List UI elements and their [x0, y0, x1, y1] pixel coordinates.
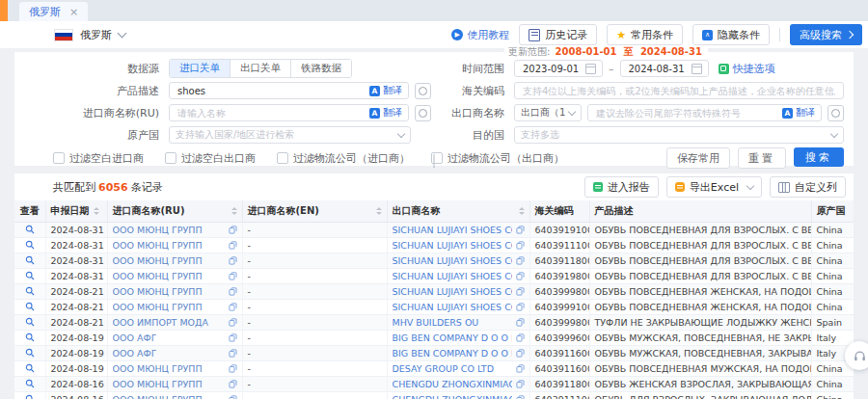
importer-ru-link[interactable]: ООО МЮНЦ ГРУПП	[113, 225, 203, 235]
search-button[interactable]: 搜索	[794, 147, 844, 167]
view-detail-icon[interactable]	[25, 379, 35, 388]
copy-icon[interactable]	[516, 333, 525, 342]
exporter-link[interactable]: SICHUAN LUJIAYI SHOES CO LTD	[393, 271, 512, 281]
translate-button[interactable]: A 翻译	[369, 84, 402, 97]
importer-ru-link[interactable]: ООО МЮНЦ ГРУПП	[113, 302, 203, 312]
product-desc-input[interactable]	[176, 85, 366, 97]
importer-ru-link[interactable]: ООО МЮНЦ ГРУПП	[113, 379, 203, 389]
dest-country-select[interactable]: 支持多选	[514, 126, 844, 144]
copy-icon[interactable]	[229, 349, 237, 358]
copy-icon[interactable]	[516, 395, 525, 399]
exporter-link[interactable]: MHV BUILDERS OU	[393, 317, 479, 328]
header-exporter[interactable]: 出口商名称	[387, 200, 529, 223]
product-desc-field[interactable]: A 翻译	[169, 82, 409, 99]
field-history-icon[interactable]	[415, 105, 431, 121]
copy-icon[interactable]	[229, 395, 237, 399]
copy-icon[interactable]	[229, 256, 237, 265]
field-history-icon[interactable]	[415, 83, 431, 99]
copy-icon[interactable]	[229, 226, 237, 234]
view-detail-icon[interactable]	[25, 317, 35, 327]
exporter-link[interactable]: SICHUAN LUJIAYI SHOES CO LTD	[393, 240, 512, 251]
importer-ru-link[interactable]: ООО МЮНЦ ГРУПП	[113, 240, 203, 251]
exporter-link[interactable]: CHENGDU ZHONGXINMIAO TRADING C	[393, 394, 512, 399]
date-to-value[interactable]	[627, 63, 688, 75]
importer-ru-input[interactable]	[176, 107, 366, 120]
view-detail-icon[interactable]	[25, 363, 35, 373]
copy-icon[interactable]	[516, 318, 525, 327]
copy-icon[interactable]	[516, 226, 525, 234]
tab-russia[interactable]: 俄罗斯 ×	[19, 2, 88, 21]
view-detail-icon[interactable]	[25, 348, 35, 358]
copy-icon[interactable]	[229, 380, 237, 388]
date-from-input[interactable]	[514, 60, 603, 77]
importer-ru-link[interactable]: ООО МЮНЦ ГРУПП	[113, 255, 203, 266]
importer-ru-field[interactable]: A 翻译	[169, 104, 409, 121]
sort-icon[interactable]	[519, 207, 525, 215]
copy-icon[interactable]	[229, 333, 237, 342]
exporter-link[interactable]: BIG BEN COMPANY D O O FROM BEST T	[393, 348, 512, 359]
copy-icon[interactable]	[229, 303, 237, 311]
collapse-panel-button[interactable]	[434, 154, 435, 167]
importer-ru-link[interactable]: ООО МЮНЦ ГРУПП	[113, 363, 203, 374]
field-history-icon[interactable]	[827, 105, 844, 121]
copy-icon[interactable]	[516, 380, 525, 388]
date-to-input[interactable]	[620, 60, 709, 77]
importer-ru-link[interactable]: ООО ИМПОРТ МОДА	[113, 317, 209, 328]
copy-icon[interactable]	[516, 303, 525, 311]
favorite-conditions-button[interactable]: ★ 常用条件	[607, 24, 683, 45]
view-detail-icon[interactable]	[25, 255, 35, 265]
view-detail-icon[interactable]	[25, 225, 35, 234]
view-detail-icon[interactable]	[25, 240, 35, 250]
exporter-link[interactable]: CHENGDU ZHONGXINMIAO TRADING C	[393, 379, 512, 389]
hs-code-input[interactable]	[521, 85, 837, 97]
importer-ru-link[interactable]: ООО МЮНЦ ГРУПП	[113, 394, 203, 399]
copy-icon[interactable]	[516, 287, 525, 296]
copy-icon[interactable]	[516, 364, 525, 373]
tutorial-button[interactable]: ▶ 使用教程	[451, 28, 509, 42]
sort-icon[interactable]	[94, 207, 99, 215]
view-detail-icon[interactable]	[25, 286, 35, 296]
copy-icon[interactable]	[229, 364, 237, 373]
filter-logistics-exporter-checkbox[interactable]: 过滤物流公司（出口商）	[431, 151, 564, 166]
view-detail-icon[interactable]	[25, 271, 35, 280]
export-excel-button[interactable]: 导出Excel	[666, 176, 762, 198]
advanced-search-button[interactable]: 高级搜索	[790, 24, 862, 45]
chevron-down-icon[interactable]	[118, 28, 127, 38]
exporter-input[interactable]	[594, 107, 778, 120]
header-importer-en[interactable]: 进口商名称(EN)	[242, 200, 387, 223]
close-icon[interactable]: ×	[69, 7, 78, 17]
translate-button[interactable]: A 翻译	[369, 106, 402, 120]
enter-report-button[interactable]: 进入报告	[584, 176, 659, 198]
header-declare-date[interactable]: 申报日期	[45, 200, 107, 223]
copy-icon[interactable]	[229, 318, 237, 327]
tab-export-declarations[interactable]: 出口关单	[231, 60, 291, 77]
copy-icon[interactable]	[229, 272, 237, 280]
copy-icon[interactable]	[229, 287, 237, 296]
exporter-field[interactable]: A 翻译	[587, 104, 822, 121]
exporter-link[interactable]: SICHUAN LUJIAYI SHOES CO LTD	[393, 225, 512, 235]
copy-icon[interactable]	[516, 349, 525, 358]
importer-ru-link[interactable]: ООО МЮНЦ ГРУПП	[113, 271, 203, 281]
exporter-link[interactable]: SICHUAN LUJIAYI SHOES CO LTD	[393, 302, 512, 312]
importer-ru-link[interactable]: ООО АФГ	[113, 348, 157, 359]
filter-blank-importer-checkbox[interactable]: 过滤空白进口商	[53, 151, 144, 166]
customer-service-button[interactable]	[845, 341, 868, 370]
copy-icon[interactable]	[516, 272, 525, 280]
date-from-value[interactable]	[521, 63, 582, 75]
view-detail-icon[interactable]	[25, 394, 35, 399]
view-detail-icon[interactable]	[25, 332, 35, 342]
history-button[interactable]: 历史记录	[519, 24, 597, 45]
save-favorite-button[interactable]: 保存常用	[666, 147, 730, 169]
copy-icon[interactable]	[229, 241, 237, 250]
exporter-link[interactable]: BIG BEN COMPANY D O O FROM BEST T	[393, 332, 512, 343]
copy-icon[interactable]	[516, 256, 525, 265]
header-importer-ru[interactable]: 进口商名称(RU)	[107, 200, 242, 223]
tab-railway-data[interactable]: 铁路数据	[291, 60, 351, 77]
country-selector[interactable]: 俄罗斯	[80, 28, 112, 42]
exporter-link[interactable]: SICHUAN LUJIAYI SHOES CO LTD	[393, 255, 512, 266]
exporter-link[interactable]: SICHUAN LUJIAYI SHOES CO LTD	[393, 286, 512, 297]
hs-code-field[interactable]	[514, 82, 844, 99]
sort-icon[interactable]	[376, 207, 382, 215]
exporter-link[interactable]: DESAY GROUP CO LTD	[393, 363, 494, 374]
translate-button[interactable]: A 翻译	[782, 106, 815, 120]
